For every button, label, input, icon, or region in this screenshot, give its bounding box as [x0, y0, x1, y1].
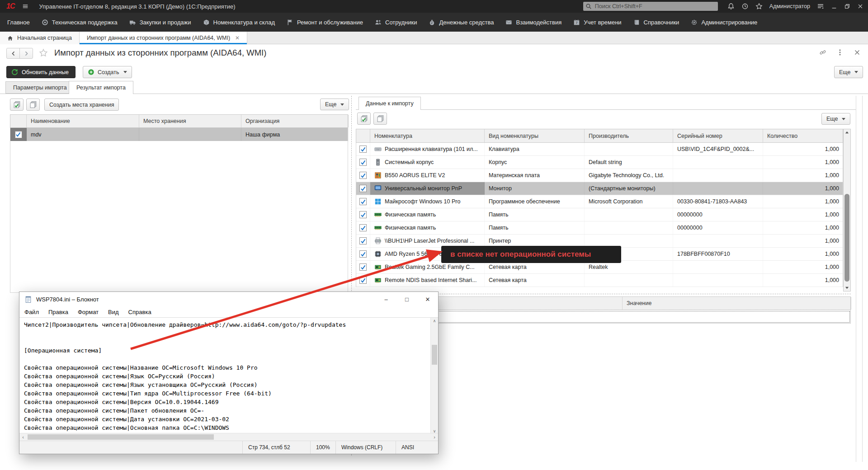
menu-item[interactable]: Закупки и продажи	[129, 19, 191, 26]
col-storage[interactable]: Место хранения	[139, 115, 241, 127]
menu-item[interactable]: Ремонт и обслуживание	[287, 19, 363, 26]
history-icon[interactable]	[741, 3, 749, 10]
menu-item[interactable]: Техническая поддержка	[42, 19, 118, 26]
tab-import[interactable]: Импорт данных из сторонних программ (AID…	[80, 32, 247, 44]
menu-item[interactable]: Сотрудники	[375, 19, 417, 26]
current-user[interactable]: Администратор	[769, 3, 810, 9]
scroll-right-icon[interactable]: ›	[431, 433, 438, 441]
favorite-star-icon[interactable]	[39, 48, 48, 57]
restore-icon[interactable]	[844, 3, 850, 9]
create-storage-button[interactable]: Создать места хранения	[44, 99, 119, 111]
close-icon[interactable]	[857, 3, 863, 9]
tab-close-icon[interactable]: ✕	[235, 35, 240, 41]
scroll-up-icon[interactable]: ∧	[431, 318, 438, 324]
right-check-all-button[interactable]	[357, 113, 371, 125]
storage-row[interactable]: mdvНаша фирма	[10, 128, 348, 141]
menu-item[interactable]: Справочники	[633, 19, 679, 26]
notepad-statusbar: Стр 734, стлб 52 100% Windows (CRLF) ANS…	[19, 441, 438, 454]
col-name[interactable]: Наименование	[27, 115, 139, 127]
row-checkbox[interactable]	[359, 198, 367, 205]
row-checkbox[interactable]	[359, 277, 367, 284]
notepad-minimize-icon[interactable]: –	[376, 292, 396, 307]
notepad-hscrollbar[interactable]: ‹ ›	[19, 433, 438, 441]
notepad-vscrollbar[interactable]: ∧ ∨	[430, 318, 438, 434]
col-serial[interactable]: Серийный номер	[673, 129, 763, 142]
refresh-data-button[interactable]: Обновить данные	[6, 66, 75, 78]
notepad-menu-item[interactable]: Вид	[108, 309, 119, 315]
row-checkbox[interactable]	[15, 131, 22, 138]
uncheck-all-button[interactable]	[26, 99, 40, 111]
row-checkbox[interactable]	[359, 211, 367, 218]
notepad-maximize-icon[interactable]: □	[396, 292, 417, 307]
import-row[interactable]: Универсальный монитор PnPМонитор(Стандар…	[356, 182, 843, 195]
notepad-menu-item[interactable]: Файл	[24, 309, 39, 315]
row-checkbox[interactable]	[359, 237, 367, 244]
scrollbar-thumb[interactable]	[844, 194, 849, 282]
forward-button[interactable]	[19, 48, 33, 59]
global-search[interactable]	[583, 2, 718, 11]
scroll-down-icon[interactable]	[844, 284, 850, 291]
left-more-button[interactable]: Еще	[320, 99, 349, 110]
right-uncheck-all-button[interactable]	[373, 113, 387, 125]
search-input[interactable]	[583, 2, 718, 11]
minimize-icon[interactable]	[831, 3, 837, 9]
tab-home[interactable]: Начальная страница	[0, 32, 80, 44]
tab-import-data[interactable]: Данные к импорту	[359, 97, 421, 110]
scroll-up-icon[interactable]	[844, 129, 850, 136]
menu-item[interactable]: Номенклатура и склад	[203, 19, 275, 26]
notepad-close-icon[interactable]: ✕	[417, 292, 438, 307]
row-checkbox[interactable]	[359, 172, 367, 179]
scrollbar-thumb[interactable]	[432, 345, 437, 365]
cell-nomenclature: Физическая память	[370, 208, 485, 221]
resize-grip[interactable]	[428, 441, 438, 454]
import-row[interactable]: Remote NDIS based Internet Shari...Сетев…	[356, 274, 843, 287]
main-menu-icon[interactable]	[22, 3, 29, 9]
row-checkbox[interactable]	[359, 159, 367, 166]
col-nomenclature[interactable]: Номенклатура	[370, 129, 485, 142]
gear-icon	[691, 19, 698, 26]
col-manufacturer[interactable]: Производитель	[585, 129, 673, 142]
link-icon[interactable]	[819, 49, 826, 56]
notepad-menu-item[interactable]: Формат	[78, 309, 99, 315]
row-checkbox[interactable]	[359, 146, 367, 153]
create-button[interactable]: Создать	[83, 66, 132, 78]
nomenclature-label: Физическая память	[385, 212, 436, 218]
row-checkbox[interactable]	[359, 250, 367, 258]
notepad-menu-item[interactable]: Правка	[48, 309, 68, 315]
tab-import-params[interactable]: Параметры импорта	[5, 81, 75, 94]
notepad-editor[interactable]: Чипсет2|Производитель чипсета|Обновление…	[19, 317, 438, 434]
import-row[interactable]: Системный корпусКорпусDefault string1,00…	[356, 156, 843, 169]
check-all-button[interactable]	[10, 99, 24, 111]
import-row[interactable]: Физическая памятьПамять000000001,000	[356, 208, 843, 221]
import-row[interactable]: Майкрософт Windows 10 ProПрограммное обе…	[356, 195, 843, 208]
menu-item[interactable]: 7Учет времени	[573, 19, 621, 26]
import-row[interactable]: Расширенная клавиатура (101 ил...Клавиат…	[356, 143, 843, 156]
favorites-star-icon[interactable]	[755, 3, 763, 10]
row-checkbox[interactable]	[359, 263, 367, 271]
import-table-scrollbar[interactable]	[843, 129, 851, 291]
menu-item[interactable]: Администрирование	[691, 19, 757, 26]
scroll-left-icon[interactable]: ‹	[19, 433, 27, 441]
notifications-bell-icon[interactable]	[727, 3, 735, 10]
import-row[interactable]: Физическая памятьПамять000000001,000	[356, 221, 843, 235]
row-checkbox[interactable]	[359, 224, 367, 231]
right-more-button[interactable]: Еще	[821, 113, 850, 125]
back-button[interactable]	[6, 48, 20, 59]
kebab-menu-icon[interactable]	[836, 49, 844, 56]
import-row[interactable]: B550 AORUS ELITE V2Материнская платаGiga…	[356, 169, 843, 182]
page-close-icon[interactable]	[854, 49, 861, 56]
scrollbar-thumb[interactable]	[28, 434, 214, 440]
menu-item[interactable]: Денежные средства	[429, 19, 494, 26]
notepad-menu-item[interactable]: Справка	[128, 309, 151, 315]
menu-item[interactable]: Взаимодействия	[505, 19, 561, 26]
service-menu-icon[interactable]	[817, 3, 824, 10]
col-value[interactable]: Значение	[623, 297, 851, 310]
page-more-button[interactable]: Еще	[834, 66, 863, 78]
row-checkbox[interactable]	[359, 185, 367, 192]
col-org[interactable]: Организация	[241, 115, 349, 127]
menu-item[interactable]: Главное	[7, 19, 30, 26]
col-qty[interactable]: Количество	[763, 129, 844, 142]
tab-import-result[interactable]: Результат импорта	[69, 81, 133, 94]
cell-manufacturer	[585, 235, 673, 247]
col-kind[interactable]: Вид номенклатуры	[485, 129, 585, 142]
